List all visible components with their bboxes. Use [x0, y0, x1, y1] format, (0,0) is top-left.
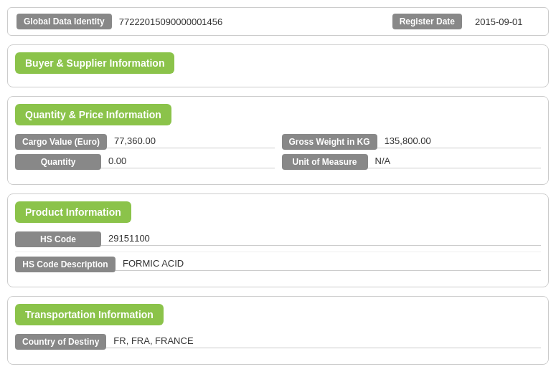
quantity-value: 0.00 — [101, 156, 275, 168]
gross-weight-value: 135,800.00 — [377, 135, 541, 148]
hs-code-row: HS Code 29151100 — [15, 231, 541, 247]
hs-code-desc-row: HS Code Description FORMIC ACID — [15, 257, 541, 272]
global-data-identity-value: 77222015090000001456 — [112, 16, 392, 27]
unit-of-measure-value: N/A — [368, 156, 542, 168]
hs-code-desc-value: FORMIC ACID — [116, 258, 541, 271]
unit-of-measure-label: Unit of Measure — [282, 154, 368, 170]
product-info-section: Product Information HS Code 29151100 HS … — [7, 193, 549, 287]
country-destiny-value: FR, FRA, FRANCE — [106, 335, 541, 348]
buyer-supplier-header: Buyer & Supplier Information — [15, 52, 174, 74]
hs-code-value: 29151100 — [101, 233, 541, 246]
quantity-price-header: Quantity & Price Information — [15, 104, 171, 125]
hs-code-desc-label: HS Code Description — [15, 257, 116, 272]
global-data-identity-label: Global Data Identity — [17, 14, 112, 29]
transportation-header: Transportation Information — [15, 304, 164, 325]
country-destiny-label: Country of Destiny — [15, 334, 106, 350]
hs-code-label: HS Code — [15, 231, 101, 247]
quantity-price-section: Quantity & Price Information Cargo Value… — [7, 96, 549, 185]
transportation-section: Transportation Information Country of De… — [7, 296, 549, 365]
register-date-label: Register Date — [392, 14, 462, 29]
cargo-value-row: Cargo Value (Euro) 77,360.00 — [15, 134, 275, 150]
top-bar: Global Data Identity 7722201509000000145… — [7, 7, 549, 36]
product-info-header: Product Information — [15, 201, 131, 223]
cargo-value-value: 77,360.00 — [107, 135, 274, 148]
buyer-supplier-section: Buyer & Supplier Information — [7, 44, 549, 87]
register-date-value: 2015-09-01 — [468, 16, 539, 27]
gross-weight-label: Gross Weight in KG — [282, 134, 377, 150]
gross-weight-row: Gross Weight in KG 135,800.00 — [282, 134, 542, 150]
unit-of-measure-row: Unit of Measure N/A — [282, 154, 542, 170]
quantity-row: Quantity 0.00 — [15, 154, 275, 170]
cargo-value-label: Cargo Value (Euro) — [15, 134, 107, 150]
quantity-label: Quantity — [15, 154, 101, 170]
country-destiny-row: Country of Destiny FR, FRA, FRANCE — [15, 334, 541, 350]
